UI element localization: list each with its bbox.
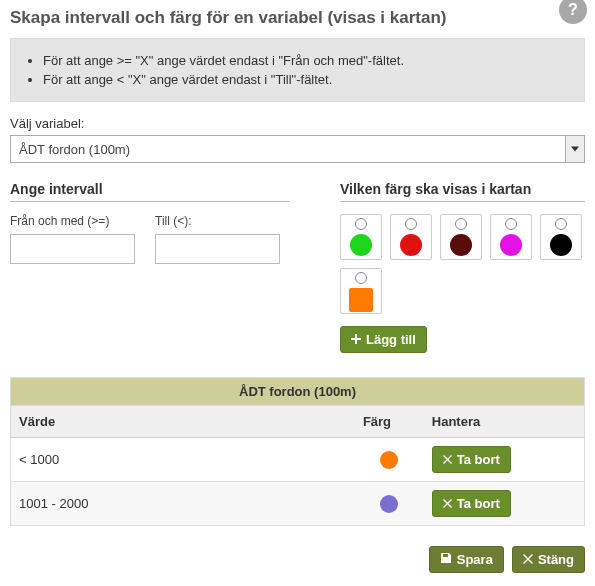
- info-box: För att ange >= "X" ange värdet endast i…: [10, 38, 585, 102]
- from-input[interactable]: [10, 234, 135, 264]
- remove-button-label: Ta bort: [457, 496, 500, 511]
- interval-section-title: Ange intervall: [10, 181, 290, 202]
- radio-icon: [455, 218, 467, 230]
- radio-icon: [555, 218, 567, 230]
- color-dot: [380, 451, 398, 469]
- cell-manage: Ta bort: [424, 438, 585, 482]
- info-line-2: För att ange < "X" ange värdet endast i …: [43, 72, 570, 87]
- to-label: Till (<):: [155, 214, 280, 228]
- table-row: < 1000Ta bort: [11, 438, 585, 482]
- remove-button[interactable]: Ta bort: [432, 446, 511, 473]
- plus-icon: [351, 332, 361, 347]
- color-option-red[interactable]: [390, 214, 432, 260]
- from-label: Från och med (>=): [10, 214, 135, 228]
- close-button[interactable]: Stäng: [512, 546, 585, 573]
- color-swatch-darkred: [450, 234, 472, 256]
- add-button-label: Lägg till: [366, 332, 416, 347]
- remove-icon: [443, 452, 452, 467]
- radio-icon: [355, 218, 367, 230]
- cell-color: [355, 482, 424, 526]
- variable-select[interactable]: ÅDT fordon (100m): [10, 135, 585, 163]
- page-title: Skapa intervall och färg för en variabel…: [10, 8, 585, 28]
- color-swatch-magenta: [500, 234, 522, 256]
- radio-icon: [505, 218, 517, 230]
- color-option-darkred[interactable]: [440, 214, 482, 260]
- variable-label: Välj variabel:: [10, 116, 585, 131]
- color-swatch-orange: [349, 288, 373, 312]
- close-button-label: Stäng: [538, 552, 574, 567]
- intervals-table: ÅDT fordon (100m) Värde Färg Hantera < 1…: [10, 377, 585, 526]
- to-input[interactable]: [155, 234, 280, 264]
- cell-value: 1001 - 2000: [11, 482, 355, 526]
- save-button[interactable]: Spara: [429, 546, 504, 573]
- color-dot: [380, 495, 398, 513]
- remove-icon: [443, 496, 452, 511]
- col-header-color: Färg: [355, 406, 424, 438]
- add-button[interactable]: Lägg till: [340, 326, 427, 353]
- close-icon: [523, 552, 533, 567]
- color-swatch-black: [550, 234, 572, 256]
- radio-icon: [355, 272, 367, 284]
- cell-value: < 1000: [11, 438, 355, 482]
- cell-color: [355, 438, 424, 482]
- radio-icon: [405, 218, 417, 230]
- color-option-black[interactable]: [540, 214, 582, 260]
- remove-button[interactable]: Ta bort: [432, 490, 511, 517]
- col-header-value: Värde: [11, 406, 355, 438]
- info-line-1: För att ange >= "X" ange värdet endast i…: [43, 53, 570, 68]
- remove-button-label: Ta bort: [457, 452, 500, 467]
- color-swatch-red: [400, 234, 422, 256]
- color-option-green[interactable]: [340, 214, 382, 260]
- save-button-label: Spara: [457, 552, 493, 567]
- table-row: 1001 - 2000Ta bort: [11, 482, 585, 526]
- color-option-orange[interactable]: [340, 268, 382, 314]
- cell-manage: Ta bort: [424, 482, 585, 526]
- col-header-manage: Hantera: [424, 406, 585, 438]
- save-icon: [440, 552, 452, 567]
- color-option-magenta[interactable]: [490, 214, 532, 260]
- color-grid: [340, 214, 585, 314]
- color-swatch-green: [350, 234, 372, 256]
- table-title: ÅDT fordon (100m): [11, 378, 585, 406]
- help-icon: ?: [568, 1, 578, 19]
- color-section-title: Vilken färg ska visas i kartan: [340, 181, 585, 202]
